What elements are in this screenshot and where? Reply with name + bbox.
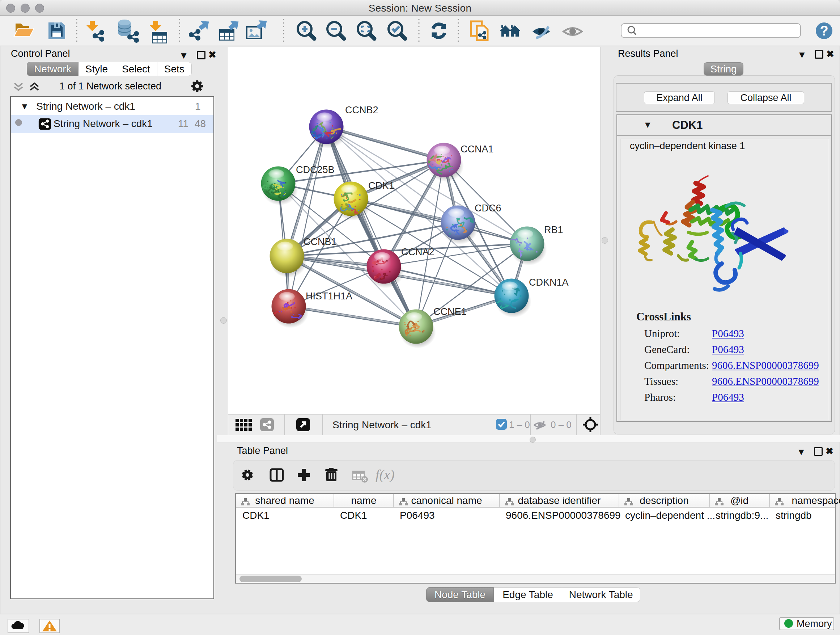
svg-text:?: ?	[820, 23, 828, 38]
svg-text:CDC6: CDC6	[475, 203, 501, 214]
svg-text:CDKN1A: CDKN1A	[529, 277, 569, 288]
svg-text:CCNA1: CCNA1	[461, 144, 494, 155]
svg-text:String Network – cdk1: String Network – cdk1	[332, 419, 431, 431]
svg-text:CDC25B: CDC25B	[296, 165, 335, 175]
svg-text:CCNB1: CCNB1	[303, 236, 337, 247]
svg-text:1 – 0: 1 – 0	[509, 419, 530, 430]
svg-text:HIST1H1A: HIST1H1A	[306, 291, 352, 302]
svg-text:CCNA2: CCNA2	[401, 247, 434, 257]
svg-text:RB1: RB1	[544, 225, 563, 235]
svg-text:CCNB2: CCNB2	[345, 105, 378, 116]
svg-text:f(x): f(x)	[376, 467, 395, 483]
svg-text:0 – 0: 0 – 0	[551, 419, 572, 430]
svg-text:CCNE1: CCNE1	[433, 306, 467, 317]
svg-text:CDK1: CDK1	[368, 180, 394, 191]
